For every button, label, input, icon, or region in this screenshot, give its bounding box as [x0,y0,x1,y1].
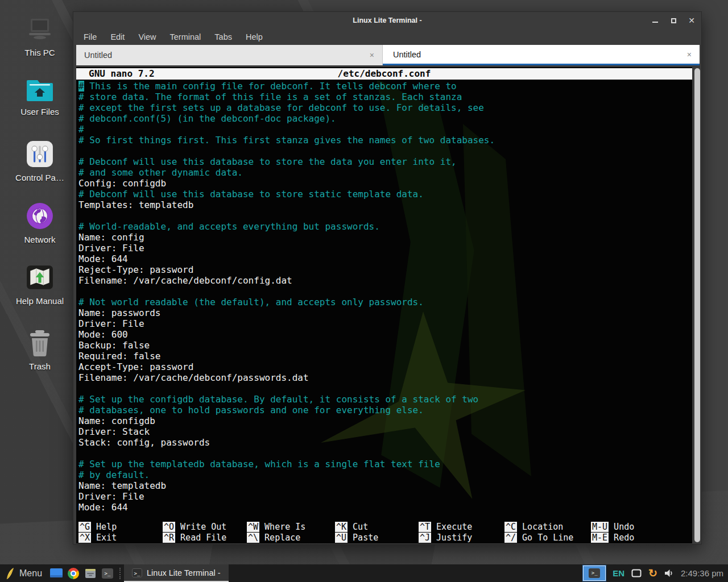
terminal-launcher[interactable]: >_ [99,564,116,582]
menu-bar: FileEditViewTerminalTabsHelp [73,29,701,45]
nano-shortcut-location[interactable]: ^C Location [504,522,590,533]
maximize-button[interactable] [669,16,677,24]
chrome-launcher[interactable] [65,564,82,582]
desktop-icon-user-files[interactable]: User Files [6,77,74,117]
nano-shortcut-where-is[interactable]: ^W Where Is [247,522,332,533]
terminal-line: Accept-Type: password [78,361,692,372]
nano-shortcut-read-file[interactable]: ^R Read File [163,533,248,543]
terminal-line: Name: passwords [78,307,692,318]
terminal-line: Filename: /var/cache/debconf/config.dat [78,275,692,286]
control-panel-icon [26,140,54,168]
chrome-icon [68,568,79,579]
task-button-terminal[interactable]: >_ Linux Lite Terminal - [124,564,229,582]
menu-view[interactable]: View [138,32,156,41]
nano-shortcut-exit[interactable]: ^X Exit [78,533,164,543]
tab-label: Untitled [391,50,421,59]
terminal-line: # except the first sets up a database fo… [78,102,692,113]
tab-untitled-1[interactable]: Untitled × [76,45,383,65]
nano-shortcut-write-out[interactable]: ^O Write Out [163,522,248,533]
shortcut-column: ^G Help^X Exit [78,522,164,543]
language-indicator[interactable]: EN [613,568,624,578]
terminal-line: # This is the main config file for debco… [78,81,692,92]
window-title: Linux Lite Terminal - [353,16,421,24]
terminal-line [78,210,692,221]
menu-help[interactable]: Help [246,32,263,41]
start-menu-button[interactable]: Menu [0,564,48,582]
nano-shortcut-redo[interactable]: M-E Redo [591,533,676,543]
terminal-scrollbar[interactable] [694,68,700,542]
terminal-line: Driver: File [78,318,692,329]
shortcut-column: ^T Execute^J Justify [419,522,504,543]
terminal-line: Mode: 644 [78,253,692,264]
tab-untitled-2[interactable]: Untitled × [383,45,700,65]
terminal-line: # Not world readable (the default), and … [78,297,692,307]
shortcut-column: ^C Location^/ Go To Line [504,522,590,543]
nano-shortcut-execute[interactable]: ^T Execute [419,522,504,533]
tab-label: Untitled [84,51,112,60]
desktop-icon-help-manual[interactable]: Help Manual [6,263,74,306]
desktop-icon-trash[interactable]: Trash [6,330,74,371]
terminal-line: Required: false [78,351,692,361]
desktop-icon-network[interactable]: Network [6,202,74,244]
nano-shortcut-go-to-line[interactable]: ^/ Go To Line [504,533,590,543]
window-titlebar[interactable]: Linux Lite Terminal - ✕ [73,12,701,29]
trash-icon [27,330,53,357]
desktop-icon-this-pc[interactable]: This PC [6,17,74,57]
terminal-line: Name: config [78,232,692,243]
system-tray: >_ EN ↻ 2:49:36 pm [583,564,728,582]
archive-icon [85,568,96,579]
taskbar: Menu >_ >_ Linux Lite Terminal - >_ EN [0,564,728,582]
terminal-icon: >_ [102,568,113,579]
tab-close-icon[interactable]: × [370,51,374,60]
shortcut-column: ^O Write Out^R Read File [163,522,248,543]
close-button[interactable]: ✕ [688,16,696,24]
nano-shortcut-help[interactable]: ^G Help [78,522,164,533]
terminal-line: Backup: false [78,340,692,351]
terminal-line: Filename: /var/cache/debconf/passwords.d… [78,372,692,383]
terminal-line: Name: templatedb [78,480,692,491]
tray-terminal-button[interactable]: >_ [583,566,606,581]
shortcut-column: M-U UndoM-E Redo [591,522,676,543]
terminal-screen[interactable]: GNU nano 7.2 /etc/debconf.conf # This is… [76,67,692,543]
window-tray-icon[interactable] [631,569,642,577]
menu-edit[interactable]: Edit [110,32,125,41]
terminal-line: Name: configdb [78,415,692,426]
terminal-line [78,383,692,394]
archive-manager-launcher[interactable] [82,564,99,582]
shortcut-column: ^K Cut^U Paste [335,522,420,543]
volume-icon[interactable] [664,569,674,577]
terminal-line: # [78,124,692,135]
tab-close-icon[interactable]: × [687,50,692,59]
terminal-line: Driver: File [78,243,692,253]
terminal-icon: >_ [589,568,600,578]
nano-shortcut-undo[interactable]: M-U Undo [591,522,676,533]
terminal-line: # store data. The format of this file is… [78,92,692,102]
shortcut-column: ^W Where Is^\ Replace [247,522,332,543]
terminal-line: Reject-Type: password [78,264,692,275]
terminal-line: Stack: config, passwords [78,437,692,448]
nano-shortcut-paste[interactable]: ^U Paste [335,533,420,543]
nano-buffer: # This is the main config file for debco… [78,81,692,513]
nano-shortcut-justify[interactable]: ^J Justify [419,533,504,543]
minimize-button[interactable] [651,16,659,24]
linux-lite-feather-icon [6,567,15,580]
desktop-icon-label: Help Manual [6,296,74,306]
terminal-line [78,146,692,156]
menu-file[interactable]: File [84,32,97,41]
update-notifier-icon[interactable]: ↻ [648,568,657,579]
menu-tabs[interactable]: Tabs [214,32,232,41]
terminal-window: Linux Lite Terminal - ✕ FileEditViewTerm… [73,11,702,544]
taskbar-separator [119,568,121,579]
nano-shortcut-cut[interactable]: ^K Cut [335,522,420,533]
desktop-icon-label: User Files [6,107,74,117]
terminal-line [78,286,692,297]
menu-label: Menu [19,568,42,579]
terminal-line: # World-readable, and accepts everything… [78,221,692,232]
clock: 2:49:36 pm [681,568,723,578]
menu-terminal[interactable]: Terminal [170,32,201,41]
nano-shortcut-replace[interactable]: ^\ Replace [247,533,332,543]
desktop-icon-control-panel[interactable]: Control Pa… [6,140,74,182]
tab-bar: Untitled × Untitled × [76,45,700,65]
file-manager-launcher[interactable] [48,564,65,582]
terminal-line: # Set up the templatedb database, which … [78,459,692,469]
